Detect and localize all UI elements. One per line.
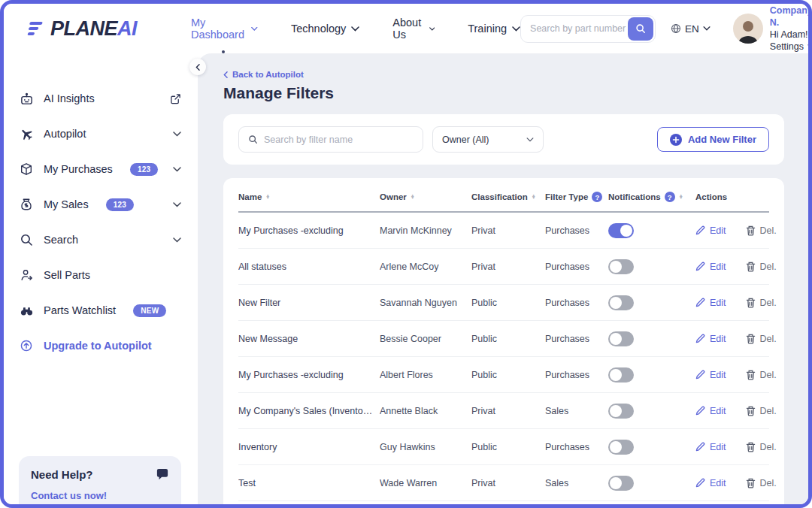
sort-icon[interactable]: ▲▼	[265, 195, 270, 200]
edit-button[interactable]: Edit	[695, 298, 726, 308]
need-help-card: Need Help? Contact us now!	[19, 456, 181, 508]
chevron-left-icon	[223, 71, 228, 78]
brand-logo[interactable]: PLANEAI	[26, 17, 137, 41]
search-submit-button[interactable]	[628, 17, 653, 41]
sort-icon[interactable]: ▲▼	[679, 195, 683, 200]
delete-button[interactable]: Del.	[746, 406, 777, 416]
delete-button[interactable]: Del.	[746, 334, 777, 344]
column-header-owner[interactable]: Owner ▲▼	[380, 192, 471, 201]
delete-button[interactable]: Del.	[746, 370, 777, 380]
notifications-toggle[interactable]	[608, 223, 634, 238]
contact-us-link[interactable]: Contact us now!	[31, 490, 169, 501]
owner-filter-select[interactable]: Owner (All)	[432, 126, 544, 153]
cell-filter-type: Purchases	[545, 442, 608, 452]
chevron-down-icon[interactable]	[173, 237, 181, 243]
user-account: Company N. Hi Adam! Settings	[733, 5, 812, 53]
table-row: Test Wade Warren Privat Sales Edit Del.	[238, 465, 769, 501]
sort-icon[interactable]: ▲▼	[532, 195, 536, 200]
sidebar-item-my-purchases[interactable]: My Purchases 123	[19, 153, 181, 186]
main-content: Back to Autopilot Manage Filters Owner (…	[198, 53, 808, 504]
chevron-down-icon[interactable]	[173, 202, 181, 207]
globe-icon	[671, 23, 681, 34]
edit-button[interactable]: Edit	[695, 370, 726, 380]
nav-item-training[interactable]: Training	[468, 23, 520, 35]
cell-classification: Public	[471, 334, 545, 344]
notifications-toggle[interactable]	[608, 367, 634, 383]
delete-button[interactable]: Del.	[746, 478, 777, 488]
delete-button[interactable]: Del.	[746, 298, 777, 308]
nav-item-technology[interactable]: Technology	[291, 23, 359, 35]
nav-item-my-dashboard[interactable]: My Dashboard	[191, 17, 258, 41]
notifications-toggle[interactable]	[608, 476, 634, 491]
part-number-search-input[interactable]	[530, 23, 628, 34]
edit-button[interactable]: Edit	[695, 262, 726, 272]
filters-table: Name ▲▼ Owner ▲▼ Classification ▲▼ Filte…	[223, 178, 784, 504]
table-row: My Purchases -excluding Marvin McKinney …	[238, 213, 769, 249]
language-selector[interactable]: EN	[671, 23, 710, 35]
cell-classification: Privat	[471, 406, 545, 416]
chat-icon	[156, 469, 169, 481]
edit-button[interactable]: Edit	[695, 442, 726, 452]
edit-button[interactable]: Edit	[695, 225, 726, 236]
pencil-icon	[695, 478, 705, 488]
back-to-autopilot-link[interactable]: Back to Autopilot	[223, 70, 784, 79]
upgrade-icon	[19, 339, 34, 352]
cell-name: My Purchases -excluding	[238, 225, 380, 236]
avatar[interactable]	[733, 14, 763, 44]
sidebar-item-upgrade-autopilot[interactable]: Upgrade to Autopilot	[19, 329, 181, 362]
trash-icon	[746, 370, 756, 380]
help-icon[interactable]: ?	[665, 192, 675, 202]
column-header-notifications[interactable]: Notifications ? ▲▼	[608, 192, 695, 202]
notifications-toggle[interactable]	[608, 295, 634, 310]
add-new-filter-button[interactable]: Add New Filter	[657, 127, 769, 152]
person-icon	[19, 268, 34, 282]
notifications-toggle[interactable]	[608, 259, 634, 274]
sidebar-item-ai-insights[interactable]: AI Insights	[19, 82, 181, 115]
sort-icon[interactable]: ▲▼	[411, 195, 415, 200]
sidebar-item-autopilot[interactable]: Autopilot	[19, 117, 181, 150]
table-row: All statuses Arlene McCoy Privat Purchas…	[238, 249, 769, 285]
notifications-toggle[interactable]	[608, 440, 634, 455]
sidebar-collapse-button[interactable]	[189, 59, 206, 75]
edit-button[interactable]: Edit	[695, 334, 726, 344]
settings-menu[interactable]: Settings	[770, 41, 812, 53]
cell-filter-type: Sales	[545, 406, 608, 416]
package-icon	[19, 162, 34, 176]
new-badge: NEW	[133, 304, 166, 317]
sidebar-item-search[interactable]: Search	[19, 223, 181, 256]
delete-button[interactable]: Del.	[746, 225, 777, 236]
filter-bar: Owner (All) Add New Filter	[223, 114, 784, 165]
notifications-toggle[interactable]	[608, 404, 634, 419]
help-icon[interactable]: ?	[592, 192, 602, 202]
cell-owner: Albert Flores	[380, 370, 471, 380]
help-title: Need Help?	[31, 468, 93, 481]
row-actions: Edit Del.	[695, 298, 777, 308]
cell-classification: Privat	[471, 225, 545, 236]
table-body: My Purchases -excluding Marvin McKinney …	[238, 213, 769, 501]
page-title: Manage Filters	[223, 84, 784, 102]
notifications-toggle[interactable]	[608, 331, 634, 346]
external-link-icon[interactable]	[170, 93, 181, 104]
column-header-name[interactable]: Name ▲▼	[238, 192, 380, 201]
cell-filter-type: Purchases	[545, 262, 608, 272]
sidebar-item-my-sales[interactable]: My Sales 123	[19, 188, 181, 221]
sidebar-item-sell-parts[interactable]: Sell Parts	[19, 259, 181, 292]
cell-filter-type: Purchases	[545, 370, 608, 380]
chevron-down-icon	[807, 44, 812, 49]
chevron-down-icon[interactable]	[173, 132, 181, 137]
cell-name: Inventory	[238, 442, 380, 452]
delete-button[interactable]: Del.	[746, 442, 777, 452]
edit-button[interactable]: Edit	[695, 478, 726, 488]
row-actions: Edit Del.	[695, 225, 777, 236]
sidebar-item-parts-watchlist[interactable]: Parts Watchlist NEW	[19, 294, 181, 327]
nav-item-about-us[interactable]: About Us	[392, 17, 435, 41]
edit-button[interactable]: Edit	[695, 406, 726, 416]
filter-name-search-input[interactable]	[264, 135, 414, 145]
delete-button[interactable]: Del.	[746, 262, 777, 272]
chevron-down-icon[interactable]	[173, 167, 181, 172]
column-header-filter-type[interactable]: Filter Type ?	[545, 192, 608, 202]
cell-name: My Purchases -excluding	[238, 370, 380, 380]
column-header-classification[interactable]: Classification ▲▼	[471, 192, 545, 201]
trash-icon	[746, 334, 756, 344]
row-actions: Edit Del.	[695, 442, 777, 452]
